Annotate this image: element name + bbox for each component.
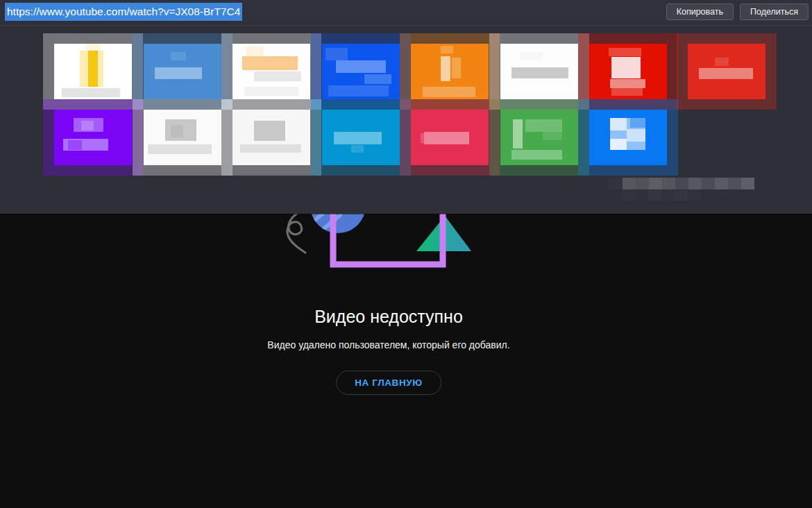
tile-pixel-block xyxy=(611,57,641,78)
share-target-tile[interactable] xyxy=(411,44,489,99)
tile-pixel-block xyxy=(336,60,386,73)
share-target-tile[interactable] xyxy=(589,110,667,165)
tile-pixel-block xyxy=(441,56,451,81)
copy-button[interactable]: Копировать xyxy=(666,3,734,20)
tile-pixel-block xyxy=(423,87,475,96)
tile-pixel-block xyxy=(246,46,264,56)
tile-pixel-block xyxy=(328,85,389,96)
share-targets-panel xyxy=(0,26,812,214)
tile-pixel-block xyxy=(68,140,82,150)
tile-pixel-block xyxy=(240,144,301,153)
blurred-caption-block xyxy=(635,190,648,201)
blurred-caption-block xyxy=(609,178,623,189)
share-target-tile[interactable] xyxy=(232,44,310,99)
tile-pixel-block xyxy=(62,88,120,97)
blurred-caption-block xyxy=(662,178,675,189)
tile-pixel-block xyxy=(254,71,301,81)
blurred-caption-block xyxy=(688,190,701,201)
share-bar: https://www.youtube.com/watch?v=JX08-BrT… xyxy=(0,0,812,26)
share-bar-buttons: Копировать Поделиться xyxy=(666,3,809,20)
tile-pixel-block xyxy=(699,68,753,79)
tile-pixel-block xyxy=(351,145,364,153)
tile-pixel-block xyxy=(627,129,645,142)
blurred-caption-block xyxy=(649,178,662,189)
tile-pixel-block xyxy=(424,132,469,144)
tile-pixel-block xyxy=(452,58,461,78)
blurred-caption-block xyxy=(622,190,635,201)
share-button[interactable]: Поделиться xyxy=(740,3,809,20)
share-target-tile[interactable] xyxy=(688,44,766,99)
tile-pixel-block xyxy=(325,48,347,60)
share-target-tile[interactable] xyxy=(54,44,132,99)
tile-pixel-block xyxy=(88,51,97,87)
tile-pixel-block xyxy=(513,119,523,149)
tile-pixel-block xyxy=(611,88,643,96)
blurred-caption-block xyxy=(648,190,661,201)
share-url-text[interactable]: https://www.youtube.com/watch?v=JX08-BrT… xyxy=(5,3,242,21)
tile-pixel-block xyxy=(511,67,569,78)
blurred-caption-block xyxy=(741,178,754,189)
tile-pixel-block xyxy=(334,132,382,144)
blurred-caption-block xyxy=(702,178,715,189)
tile-pixel-block xyxy=(543,132,562,140)
tile-pixel-block xyxy=(85,44,101,51)
tile-pixel-block xyxy=(171,125,183,137)
tile-pixel-block xyxy=(630,118,645,128)
tile-pixel-block xyxy=(244,87,298,96)
share-target-tile[interactable] xyxy=(500,44,578,99)
tile-pixel-block xyxy=(81,121,94,130)
blurred-caption-block xyxy=(675,178,688,189)
share-target-tile[interactable] xyxy=(144,44,221,99)
tile-pixel-block xyxy=(364,74,391,84)
blurred-caption-block xyxy=(675,190,688,201)
blurred-caption-block xyxy=(623,178,636,189)
tile-pixel-block xyxy=(610,139,627,150)
share-target-tile[interactable] xyxy=(500,110,578,165)
blurred-caption-block xyxy=(728,178,741,189)
blurred-caption-block xyxy=(661,190,675,201)
share-target-tile[interactable] xyxy=(322,110,400,165)
tile-pixel-block xyxy=(148,144,212,154)
tile-pixel-block xyxy=(254,121,285,141)
tile-pixel-block xyxy=(609,48,641,56)
share-target-tile[interactable] xyxy=(54,110,132,165)
share-target-tile[interactable] xyxy=(232,110,310,165)
blurred-caption-block xyxy=(688,178,702,189)
tile-pixel-block xyxy=(242,56,298,71)
tile-pixel-block xyxy=(715,58,729,66)
tile-pixel-block xyxy=(441,46,453,53)
tile-pixel-block xyxy=(155,67,201,80)
home-button[interactable]: НА ГЛАВНУЮ xyxy=(336,371,441,395)
share-target-tile[interactable] xyxy=(589,44,667,99)
tile-pixel-block xyxy=(171,52,186,60)
error-message: Видео удалено пользователем, который его… xyxy=(0,339,777,350)
screen: Видео недоступно Видео удалено пользоват… xyxy=(0,0,812,508)
tile-pixel-block xyxy=(610,79,646,88)
tile-pixel-block xyxy=(610,118,627,130)
tile-pixel-block xyxy=(511,150,563,160)
tile-pixel-block xyxy=(520,52,543,60)
share-target-tile[interactable] xyxy=(411,110,489,165)
blurred-caption-block xyxy=(715,178,728,189)
share-target-tile[interactable] xyxy=(322,44,400,99)
share-target-tile[interactable] xyxy=(144,110,221,165)
tile-pixel-block xyxy=(525,119,563,132)
blurred-caption-block xyxy=(636,178,649,189)
error-title: Видео недоступно xyxy=(0,307,777,327)
